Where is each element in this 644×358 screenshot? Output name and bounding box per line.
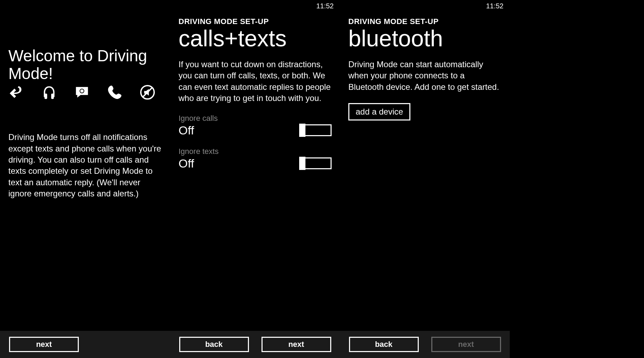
toggle-knob-icon: [299, 157, 305, 170]
welcome-body: Driving Mode turns off all notifications…: [8, 132, 162, 199]
page-title: calls+texts: [179, 27, 332, 50]
appbar: back next: [340, 331, 510, 358]
appbar: next: [0, 331, 170, 358]
next-button[interactable]: next: [9, 337, 79, 352]
bluetooth-body: Driving Mode can start automatically whe…: [348, 59, 501, 93]
clock: 11:52: [316, 2, 334, 10]
svg-rect-1: [51, 94, 54, 99]
next-button[interactable]: next: [262, 337, 331, 352]
ignore-texts-label: Ignore texts: [179, 147, 332, 156]
svg-rect-0: [45, 94, 47, 99]
statusbar: 11:52: [170, 0, 340, 12]
phone-icon: [107, 84, 123, 100]
category-label: DRIVING MODE SET-UP: [348, 17, 501, 26]
ignore-calls-label: Ignore calls: [179, 114, 332, 123]
panel-calls-texts: 11:52 DRIVING MODE SET-UP calls+texts If…: [170, 0, 340, 358]
toggle-knob-icon: [299, 124, 305, 137]
welcome-title: Welcome to Driving Mode!: [8, 47, 162, 82]
svg-point-3: [80, 90, 84, 93]
ignore-texts-setting: Ignore texts Off: [179, 147, 332, 170]
calls-texts-body: If you want to cut down on distractions,…: [179, 59, 332, 104]
appbar: back next: [170, 331, 340, 358]
statusbar: [0, 0, 170, 12]
ignore-calls-setting: Ignore calls Off: [179, 114, 332, 137]
add-device-button[interactable]: add a device: [348, 103, 410, 120]
clock: 11:52: [486, 2, 503, 10]
ignore-calls-toggle[interactable]: [301, 124, 332, 136]
mute-icon: [139, 84, 156, 100]
panel-bluetooth: 11:52 DRIVING MODE SET-UP bluetooth Driv…: [340, 0, 510, 358]
statusbar: 11:52: [340, 0, 510, 12]
ignore-texts-value: Off: [179, 157, 194, 170]
message-badge-icon: [74, 84, 90, 100]
ignore-calls-value: Off: [179, 124, 194, 137]
panel-welcome: Welcome to Driving Mode! Driving Mode tu…: [0, 0, 170, 358]
welcome-icon-row: [8, 84, 162, 100]
back-arrow-icon: [8, 84, 24, 100]
next-button: next: [431, 337, 501, 352]
back-button[interactable]: back: [179, 337, 249, 352]
category-label: DRIVING MODE SET-UP: [179, 17, 332, 26]
page-title: bluetooth: [348, 27, 501, 50]
ignore-texts-toggle[interactable]: [301, 157, 332, 169]
back-button[interactable]: back: [349, 337, 419, 352]
headphones-icon: [41, 84, 57, 100]
